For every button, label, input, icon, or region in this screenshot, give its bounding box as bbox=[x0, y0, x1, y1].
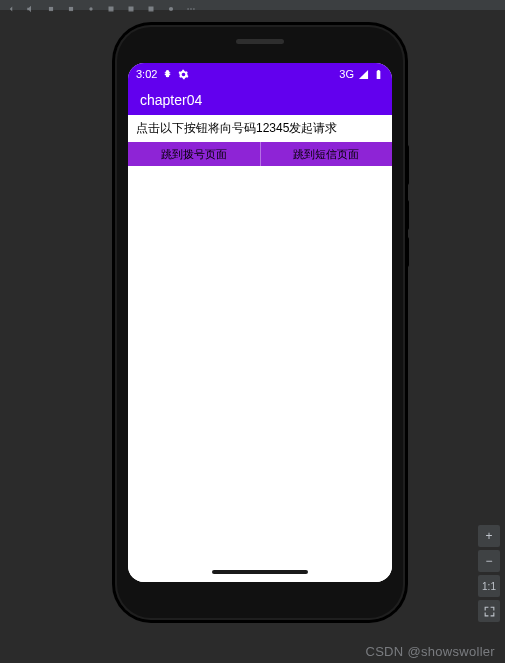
dial-button-label: 跳到拨号页面 bbox=[161, 147, 227, 162]
home-indicator[interactable] bbox=[212, 570, 308, 574]
more-icon[interactable] bbox=[186, 0, 196, 10]
dial-button[interactable]: 跳到拨号页面 bbox=[128, 142, 261, 166]
earpiece bbox=[236, 39, 284, 44]
power-button[interactable] bbox=[405, 145, 409, 185]
watermark: CSDN @showswoller bbox=[365, 644, 495, 659]
svg-point-0 bbox=[89, 7, 92, 10]
svg-point-7 bbox=[193, 8, 195, 10]
generic-tool-icon[interactable] bbox=[106, 0, 116, 10]
status-left: 3:02 bbox=[136, 68, 189, 80]
phone-frame: 3:02 3G chapter04 点击以下按钮将向号码12345发起请求 跳到… bbox=[115, 25, 405, 620]
svg-point-6 bbox=[190, 8, 192, 10]
generic-tool-icon[interactable] bbox=[146, 0, 156, 10]
svg-point-4 bbox=[169, 7, 173, 11]
rotate-right-icon[interactable] bbox=[66, 0, 76, 10]
status-right: 3G bbox=[339, 68, 384, 80]
status-bar: 3:02 3G bbox=[128, 63, 392, 85]
debug-icon bbox=[162, 69, 173, 80]
svg-point-5 bbox=[187, 8, 189, 10]
ide-toolbar bbox=[0, 0, 505, 10]
emulator-zoom-controls: + − 1:1 bbox=[478, 525, 502, 622]
zoom-out-button[interactable]: − bbox=[478, 550, 500, 572]
phone-screen: 3:02 3G chapter04 点击以下按钮将向号码12345发起请求 跳到… bbox=[128, 63, 392, 582]
zoom-1to1-label: 1:1 bbox=[482, 581, 496, 592]
svg-rect-2 bbox=[129, 7, 134, 12]
volume-icon[interactable] bbox=[26, 0, 36, 10]
fit-screen-icon bbox=[483, 605, 496, 618]
svg-rect-1 bbox=[109, 7, 114, 12]
zoom-1to1-button[interactable]: 1:1 bbox=[478, 575, 500, 597]
volume-up-button[interactable] bbox=[405, 200, 409, 230]
rotate-left-icon[interactable] bbox=[46, 0, 56, 10]
network-type: 3G bbox=[339, 68, 354, 80]
signal-icon bbox=[358, 69, 369, 80]
app-bar: chapter04 bbox=[128, 85, 392, 115]
description-text: 点击以下按钮将向号码12345发起请求 bbox=[128, 115, 392, 142]
settings-icon bbox=[178, 69, 189, 80]
generic-tool-icon[interactable] bbox=[126, 0, 136, 10]
sms-button-label: 跳到短信页面 bbox=[293, 147, 359, 162]
battery-icon bbox=[373, 69, 384, 80]
generic-tool-icon[interactable] bbox=[166, 0, 176, 10]
zoom-in-button[interactable]: + bbox=[478, 525, 500, 547]
button-row: 跳到拨号页面 跳到短信页面 bbox=[128, 142, 392, 166]
clock-text: 3:02 bbox=[136, 68, 157, 80]
sms-button[interactable]: 跳到短信页面 bbox=[261, 142, 393, 166]
zoom-out-label: − bbox=[485, 554, 492, 568]
svg-rect-3 bbox=[149, 7, 154, 12]
zoom-fit-button[interactable] bbox=[478, 600, 500, 622]
app-title: chapter04 bbox=[140, 92, 202, 108]
zoom-in-label: + bbox=[485, 529, 492, 543]
volume-down-button[interactable] bbox=[405, 237, 409, 267]
screenshot-icon[interactable] bbox=[86, 0, 96, 10]
content-area bbox=[128, 166, 392, 582]
back-icon[interactable] bbox=[6, 0, 16, 10]
